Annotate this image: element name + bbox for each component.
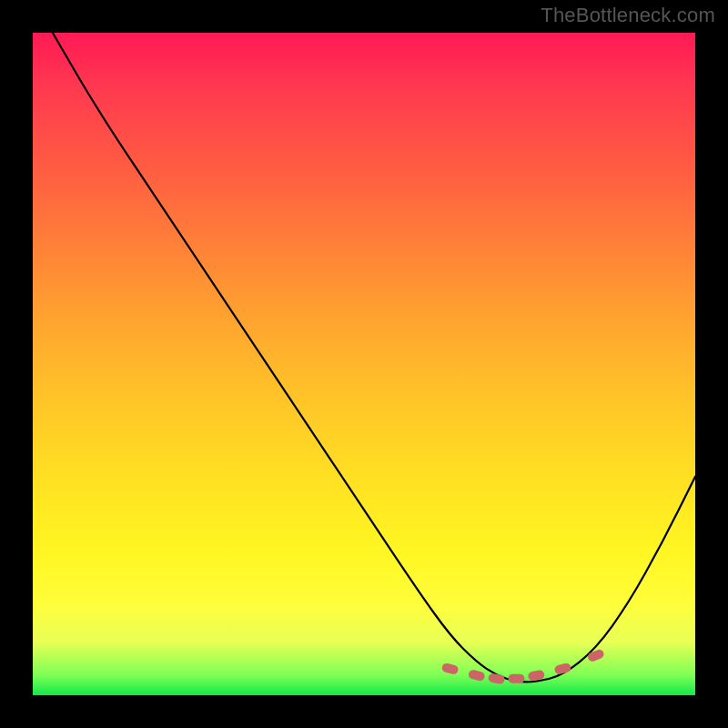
- marker-pill: [441, 662, 460, 675]
- plot-area: [33, 33, 695, 695]
- bottleneck-curve-line: [53, 33, 695, 682]
- chart-svg: [33, 33, 695, 695]
- chart-container: TheBottleneck.com: [0, 0, 728, 728]
- marker-pill: [508, 674, 524, 683]
- marker-pill: [488, 672, 505, 684]
- marker-pill: [553, 662, 571, 675]
- watermark-text: TheBottleneck.com: [541, 4, 715, 27]
- optimal-zone-markers: [441, 648, 605, 684]
- marker-pill: [468, 669, 486, 682]
- marker-pill: [587, 648, 605, 662]
